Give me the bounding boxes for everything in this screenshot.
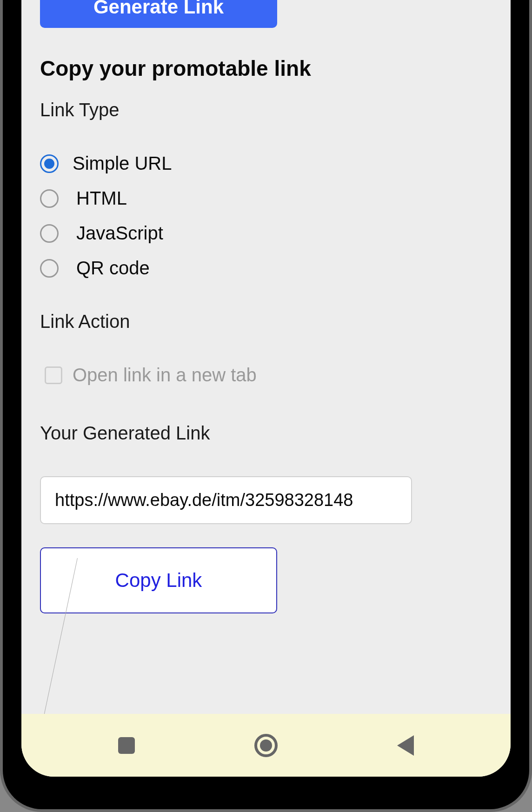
radio-label: JavaScript [76,223,163,244]
link-type-label: Link Type [40,100,492,120]
generated-link-label: Your Generated Link [40,423,492,444]
generate-link-button[interactable]: Generate Link [40,0,277,28]
copy-link-button[interactable]: Copy Link [40,547,277,613]
link-type-radio-group: Simple URL HTML JavaScript QR code [40,153,492,279]
checkbox-icon [45,366,62,384]
radio-simple-url[interactable]: Simple URL [40,153,492,174]
recent-apps-button[interactable] [118,737,135,754]
radio-icon [40,189,59,208]
content-area: Generate Link Copy your promotable link … [21,0,511,613]
radio-label: QR code [76,258,150,279]
checkbox-label: Open link in a new tab [73,365,257,386]
radio-icon [40,259,59,278]
circle-icon [254,734,278,757]
generated-link-input[interactable]: https://www.ebay.de/itm/32598328148 [40,476,412,524]
radio-label: HTML [76,188,127,209]
triangle-icon [397,735,414,756]
section-title: Copy your promotable link [40,56,492,81]
device-screen: Generate Link Copy your promotable link … [21,0,511,777]
radio-html[interactable]: HTML [40,188,492,209]
link-action-label: Link Action [40,311,492,332]
square-icon [118,737,135,754]
android-nav-bar [21,714,511,777]
radio-icon [40,154,59,173]
radio-label: Simple URL [73,153,172,174]
radio-icon [40,224,59,243]
open-new-tab-checkbox[interactable]: Open link in a new tab [40,365,492,386]
back-button[interactable] [397,735,414,756]
device-frame: Generate Link Copy your promotable link … [0,0,532,812]
radio-javascript[interactable]: JavaScript [40,223,492,244]
home-button[interactable] [254,734,278,757]
radio-qr-code[interactable]: QR code [40,258,492,279]
